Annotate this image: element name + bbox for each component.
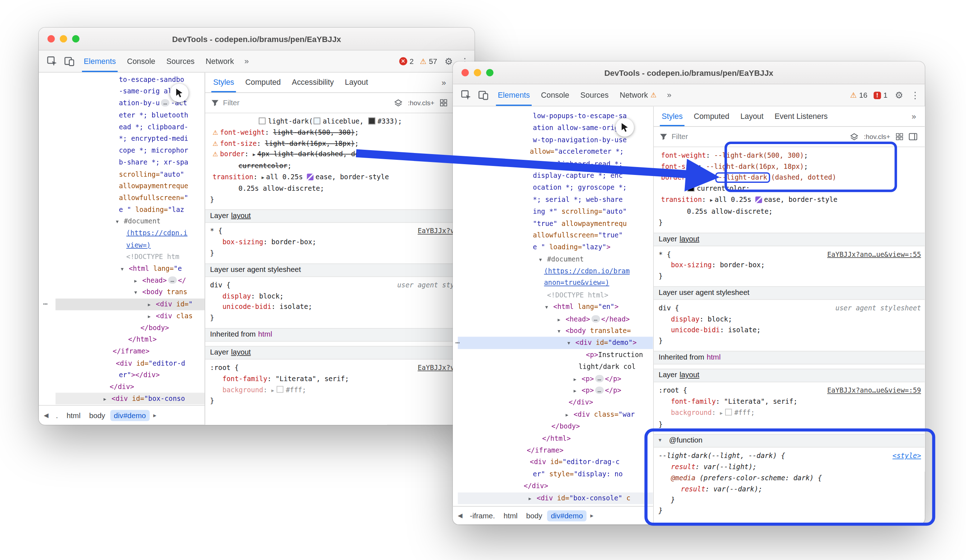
dom-tree-row[interactable]: </body>: [55, 322, 205, 334]
element-states-icon[interactable]: [394, 99, 402, 107]
breadcrumb-forward-icon[interactable]: ▸: [151, 412, 159, 419]
state-toggle-[interactable]: +: [430, 99, 434, 107]
more-panels-button[interactable]: »: [663, 90, 675, 100]
disclosure-icon[interactable]: ▾: [558, 326, 565, 338]
dom-tree-row[interactable]: ▸<p>…</p>: [458, 385, 653, 396]
resource-link[interactable]: (https://cdpn.i: [126, 229, 187, 237]
breadcrumb-div-demo[interactable]: div#demo: [110, 409, 150, 421]
breadcrumb--iframe-[interactable]: -iframe.: [466, 510, 499, 521]
layer-link[interactable]: layout: [680, 370, 699, 381]
dom-tree-row[interactable]: allow="accelerometer *;: [458, 146, 653, 158]
style-declaration-row[interactable]: display: block;: [654, 314, 925, 325]
disclosure-icon[interactable]: ▸: [565, 409, 573, 421]
toolbar-badge-warn[interactable]: ⚠57: [420, 57, 437, 66]
grid-icon[interactable]: [896, 133, 904, 141]
dom-tree-row[interactable]: (https://cdpn.i: [55, 228, 205, 239]
dom-tree-row[interactable]: er" style="display: no: [458, 468, 653, 480]
dom-tree-row[interactable]: (https://cdpn.io/bram: [458, 265, 653, 277]
rule-location[interactable]: user agent stylesheet: [830, 303, 921, 314]
dom-tree-row[interactable]: "true" allowpaymentrequ: [458, 218, 653, 229]
dom-tree-row[interactable]: ead *; clipboard-: [55, 121, 205, 133]
style-declaration-row[interactable]: transition: ▸ all 0.25s ease, border-sty…: [205, 172, 475, 183]
style-declaration-row[interactable]: ⚠ font-weight: light-dark(500, 300);: [205, 127, 475, 138]
style-declaration-row[interactable]: font-weight: --light-dark(500, 300);: [654, 150, 925, 161]
color-swatch-icon[interactable]: [725, 408, 732, 415]
state-toggle-hov[interactable]: :hov: [408, 99, 420, 107]
state-toggle-cls[interactable]: .cls: [876, 133, 886, 141]
disclosure-icon[interactable]: ▸: [529, 493, 536, 505]
dom-tree-row[interactable]: *; encrypted-medi: [55, 133, 205, 145]
dom-tree-row[interactable]: <p>Instruction: [458, 349, 653, 361]
dom-tree-row[interactable]: ▸<div id=": [55, 298, 205, 310]
more-tabs-button[interactable]: »: [908, 112, 920, 121]
breadcrumb-html[interactable]: html: [63, 409, 84, 421]
disclosure-icon[interactable]: ▸: [148, 311, 156, 323]
tab-sources[interactable]: Sources: [575, 84, 614, 106]
color-swatch-icon[interactable]: [276, 386, 283, 393]
node-link[interactable]: html: [707, 352, 721, 363]
breadcrumb-html[interactable]: html: [500, 510, 521, 521]
toolbar-badge-issue[interactable]: !1: [874, 91, 888, 100]
toolbar-badge-warn[interactable]: ⚠16: [850, 91, 867, 100]
breadcrumb--[interactable]: .: [52, 409, 61, 421]
style-declaration-row[interactable]: }: [654, 506, 925, 517]
disclosure-icon[interactable]: ▾: [121, 263, 129, 275]
dom-tree-row[interactable]: ▾<html lang="e: [55, 263, 205, 275]
dom-tree-row[interactable]: <!DOCTYPE html>: [458, 289, 653, 301]
dom-tree-row[interactable]: ocation *; gyroscope *;: [458, 182, 653, 193]
dom-tree-row[interactable]: light/dark col: [458, 361, 653, 373]
style-declaration-row[interactable]: }: [205, 396, 475, 407]
dom-tree-row[interactable]: </div>: [458, 480, 653, 492]
dom-tree-row[interactable]: </body>: [458, 421, 653, 432]
tab-computed[interactable]: Computed: [240, 72, 286, 92]
zoom-button[interactable]: [72, 35, 80, 43]
disclosure-icon[interactable]: ▾: [116, 216, 124, 228]
dom-tree-row[interactable]: display-capture *; enc: [458, 170, 653, 182]
disclosure-icon[interactable]: ▸: [104, 393, 112, 405]
layer-link[interactable]: layout: [231, 211, 251, 222]
style-declaration-row[interactable]: currentcolor;: [205, 161, 475, 172]
gutter-ellipsis[interactable]: …: [43, 298, 48, 306]
dom-tree-row[interactable]: ▸<div id="box-console" c: [458, 492, 653, 504]
style-declaration-row[interactable]: unicode-bidi: isolate;: [654, 325, 925, 336]
disclosure-icon[interactable]: ▸: [573, 373, 582, 385]
node-link[interactable]: html: [258, 329, 272, 340]
style-declaration-row[interactable]: @media (prefers-color-scheme: dark) {: [654, 473, 925, 483]
disclosure-icon[interactable]: ▸: [148, 299, 156, 311]
dom-tree-row[interactable]: b-share *; xr-spa: [55, 157, 205, 169]
tab-network[interactable]: Network: [200, 51, 240, 72]
more-tabs-button[interactable]: »: [438, 78, 450, 87]
inspect-element-icon[interactable]: [44, 53, 60, 69]
dom-tree-row[interactable]: ▾#document: [458, 254, 653, 265]
tab-styles[interactable]: Styles: [208, 72, 240, 92]
style-declaration-row[interactable]: * {EaYBJJx?view=: [205, 226, 475, 237]
resource-link[interactable]: (https://cdpn.io/bram: [544, 267, 629, 275]
breadcrumb-body[interactable]: body: [85, 409, 109, 421]
style-declaration-row[interactable]: light-dark(aliceblue, #333);: [205, 116, 475, 127]
close-button[interactable]: [462, 69, 469, 77]
disclosure-icon[interactable]: ▾: [567, 338, 575, 349]
style-declaration-row[interactable]: 0.25s allow-discrete;: [205, 183, 475, 194]
tab-event-listeners[interactable]: Event Listeners: [769, 106, 833, 126]
style-declaration-row[interactable]: transition: ▸ all 0.25s ease, border-sty…: [654, 195, 925, 206]
dom-tree-row[interactable]: view=): [55, 239, 205, 251]
dom-tree-row[interactable]: ▸<head>…</: [55, 275, 205, 287]
filter-input[interactable]: Filter: [223, 98, 240, 107]
dom-tree-row[interactable]: </html>: [458, 432, 653, 444]
style-declaration-row[interactable]: result: var(--light);: [654, 462, 925, 473]
grid-icon[interactable]: [440, 99, 448, 107]
style-declaration-row[interactable]: :root {EaYBJJx?view=: [205, 362, 475, 373]
dom-tree-row[interactable]: </div>: [55, 381, 205, 393]
style-declaration-row[interactable]: div {user agent stylesheet: [654, 303, 925, 314]
style-declaration-row[interactable]: * {EaYBJJx?ano…ue&view=:55: [654, 249, 925, 260]
dom-tree-row[interactable]: scrolling="auto": [55, 169, 205, 180]
dom-tree-row[interactable]: e " loading="lazy">: [458, 241, 653, 253]
style-declaration-row[interactable]: --light-dark(--light, --dark) {<style>: [654, 451, 925, 462]
style-declaration-row[interactable]: unicode-bidi: isolate;: [205, 302, 475, 313]
style-declaration-row[interactable]: currentcolor;: [654, 183, 925, 194]
dom-tree-row[interactable]: ▾#document: [55, 216, 205, 228]
devtools-window-front[interactable]: DevTools - codepen.io/bramus/pen/EaYBJJx…: [453, 61, 925, 524]
dom-tree-row[interactable]: eter *; bluetooth: [55, 109, 205, 121]
tab-layout[interactable]: Layout: [735, 106, 769, 126]
color-swatch-icon[interactable]: [314, 118, 320, 124]
